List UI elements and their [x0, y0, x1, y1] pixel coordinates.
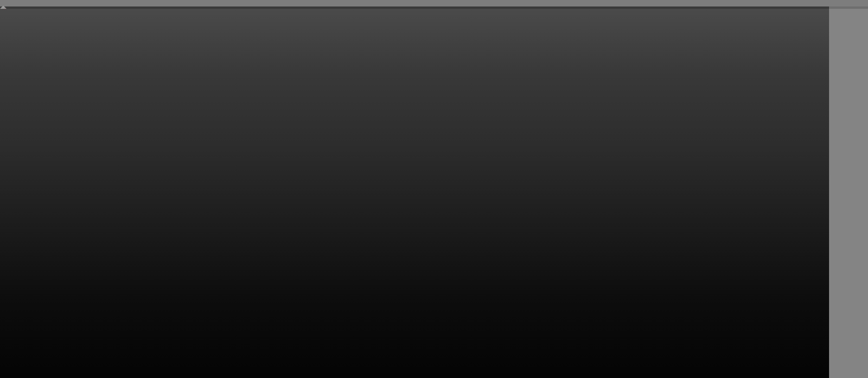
- scrollbar-thumb-icon[interactable]: [0, 6, 6, 9]
- price-axis[interactable]: [829, 9, 868, 378]
- scrollbar-right-segment: [829, 6, 868, 9]
- trading-chart-window: [0, 0, 868, 378]
- horizontal-scrollbar[interactable]: [0, 6, 868, 9]
- time-axis[interactable]: [0, 0, 868, 6]
- chart-drawing-layer: [0, 0, 868, 378]
